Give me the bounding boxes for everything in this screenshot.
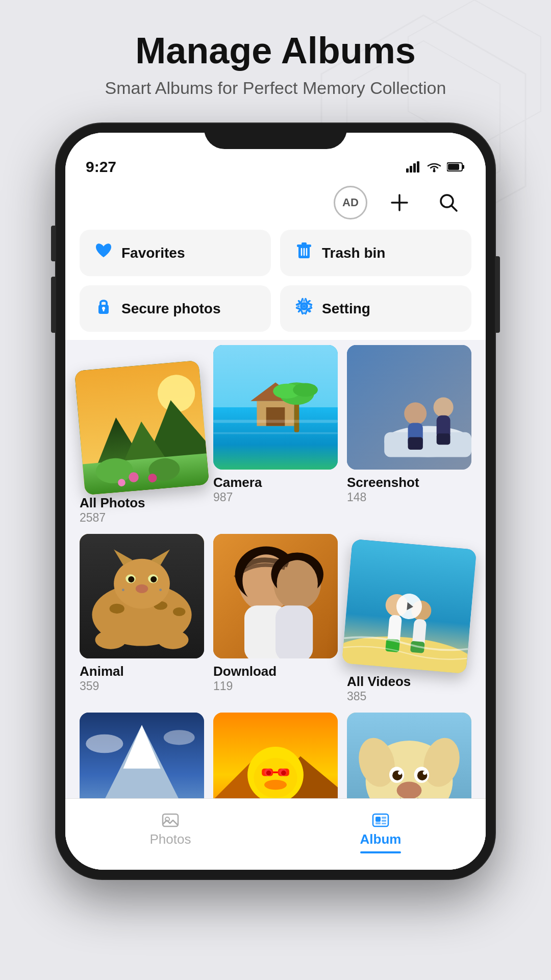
- favorites-button[interactable]: Favorites: [80, 230, 271, 276]
- album-name-camera: Camera: [213, 475, 338, 491]
- signal-icon: [406, 161, 421, 173]
- svg-point-98: [86, 734, 123, 753]
- ad-button[interactable]: AD: [334, 186, 367, 219]
- side-button-power: [495, 256, 500, 333]
- album-count-screenshot: 148: [347, 491, 471, 504]
- album-row3-1[interactable]: [80, 713, 204, 798]
- trash-label: Trash bin: [322, 245, 385, 261]
- phone-frame: 9:27: [56, 124, 495, 879]
- albums-grid: All Photos 2587: [80, 345, 471, 798]
- album-count-all-videos: 385: [347, 690, 471, 703]
- trash-icon: [294, 241, 314, 265]
- svg-rect-127: [375, 817, 381, 822]
- svg-rect-57: [408, 437, 423, 450]
- album-count-animal: 359: [80, 679, 204, 693]
- album-download[interactable]: Download 119: [213, 534, 338, 703]
- svg-rect-130: [382, 820, 386, 822]
- svg-rect-23: [103, 309, 105, 311]
- svg-rect-128: [375, 822, 381, 824]
- svg-point-109: [264, 780, 287, 790]
- svg-rect-3: [406, 168, 409, 173]
- page-subtitle: Smart Albums for Perfect Memory Collecti…: [105, 78, 446, 98]
- album-screenshot[interactable]: Screenshot 148: [347, 345, 471, 525]
- add-button[interactable]: [383, 186, 416, 219]
- svg-rect-6: [417, 161, 419, 173]
- tab-album-underline: [360, 851, 401, 853]
- album-name-all-videos: All Videos: [347, 674, 471, 690]
- album-name-screenshot: Screenshot: [347, 475, 471, 491]
- albums-scroll[interactable]: All Photos 2587: [65, 340, 486, 798]
- album-animal[interactable]: Animal 359: [80, 534, 204, 703]
- secure-button[interactable]: Secure photos: [80, 285, 271, 332]
- tab-photos-label: Photos: [150, 831, 191, 847]
- setting-button[interactable]: Setting: [280, 285, 471, 332]
- album-row3-2[interactable]: [213, 713, 338, 798]
- svg-line-14: [452, 206, 457, 211]
- svg-point-64: [173, 607, 185, 616]
- svg-point-7: [433, 170, 436, 173]
- svg-point-71: [122, 589, 124, 592]
- svg-point-65: [114, 559, 170, 609]
- svg-rect-17: [302, 242, 307, 245]
- svg-rect-4: [410, 166, 412, 173]
- svg-rect-129: [382, 817, 386, 819]
- svg-rect-52: [384, 432, 471, 457]
- trash-button[interactable]: Trash bin: [280, 230, 471, 276]
- phone-notch: [204, 124, 347, 149]
- svg-rect-9: [462, 165, 464, 169]
- wifi-icon: [427, 161, 442, 173]
- album-all-videos[interactable]: All Videos 385: [347, 534, 471, 703]
- svg-point-69: [151, 576, 157, 582]
- battery-icon: [447, 162, 465, 172]
- svg-point-123: [423, 771, 427, 775]
- svg-point-55: [434, 398, 454, 418]
- side-button-mute: [51, 226, 56, 261]
- status-time: 9:27: [86, 158, 116, 176]
- svg-point-47: [293, 383, 318, 397]
- album-name-download: Download: [213, 664, 338, 679]
- tab-bar: Photos Album: [65, 798, 486, 870]
- setting-label: Setting: [322, 301, 370, 317]
- album-name-all-photos: All Photos: [80, 495, 204, 511]
- tab-photos[interactable]: Photos: [65, 807, 276, 857]
- favorites-label: Favorites: [121, 245, 185, 261]
- svg-point-104: [254, 758, 297, 798]
- tab-album[interactable]: Album: [276, 807, 486, 857]
- svg-point-122: [398, 771, 402, 775]
- status-icons: [406, 161, 465, 173]
- svg-point-53: [404, 402, 427, 425]
- phone-mockup: 9:27: [56, 124, 495, 879]
- album-all-photos[interactable]: All Photos 2587: [80, 345, 204, 525]
- phone-screen: 9:27: [65, 133, 486, 870]
- album-camera[interactable]: Camera 987: [213, 345, 338, 525]
- quick-actions: Favorites: [65, 225, 486, 340]
- search-button[interactable]: [432, 186, 465, 219]
- tab-album-label: Album: [360, 831, 402, 847]
- secure-icon: [94, 297, 113, 321]
- svg-point-61: [110, 604, 124, 614]
- svg-point-99: [164, 730, 195, 745]
- svg-rect-111: [278, 769, 289, 776]
- secure-label: Secure photos: [121, 301, 220, 317]
- album-count-all-photos: 2587: [80, 511, 204, 525]
- page-title: Manage Albums: [105, 31, 446, 71]
- svg-rect-85: [276, 605, 313, 658]
- svg-point-68: [128, 576, 134, 582]
- svg-rect-58: [437, 433, 450, 445]
- album-name-animal: Animal: [80, 664, 204, 679]
- svg-point-76: [158, 630, 189, 649]
- svg-point-72: [159, 589, 162, 592]
- svg-point-27: [303, 305, 306, 308]
- svg-rect-49: [213, 432, 338, 434]
- album-row3-3[interactable]: [347, 713, 471, 798]
- favorites-icon: [94, 241, 113, 265]
- photos-tab-icon: [161, 811, 180, 829]
- setting-icon: [294, 297, 314, 321]
- svg-marker-94: [407, 602, 413, 611]
- album-count-download: 119: [213, 679, 338, 693]
- svg-rect-131: [382, 823, 386, 824]
- album-count-camera: 987: [213, 491, 338, 504]
- svg-rect-43: [266, 407, 285, 426]
- svg-rect-10: [448, 164, 459, 170]
- svg-point-70: [136, 584, 148, 593]
